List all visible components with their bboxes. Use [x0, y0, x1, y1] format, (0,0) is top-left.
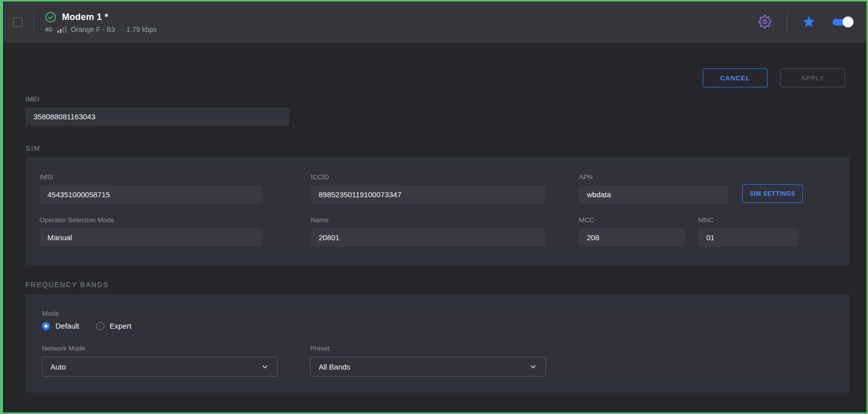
operator-selection-mode-input[interactable]: [39, 228, 263, 247]
network-mode-value: Auto: [50, 363, 66, 371]
apn-field: APN: [579, 173, 728, 204]
modem-header: Modem 1 * 4G Orange F - B3 · 1.79 kbps: [3, 1, 867, 43]
signal-strength-icon: [57, 26, 66, 33]
sim-section-label: SIM: [25, 144, 40, 152]
mode-radio-expert[interactable]: Expert: [96, 322, 131, 330]
chevron-down-icon: [261, 363, 269, 371]
select-modem-checkbox[interactable]: [13, 17, 22, 27]
iccid-label: ICCID: [311, 173, 545, 181]
network-mode-label: Network Mode: [42, 345, 278, 352]
mode-radio-default[interactable]: Default: [42, 322, 79, 330]
radio-unselected-icon: [96, 322, 104, 330]
form-actions: CANCEL APPLY: [703, 68, 845, 87]
status-ok-icon: [45, 11, 56, 23]
modem-title: Modem 1 *: [62, 12, 108, 22]
iccid-input[interactable]: [311, 185, 545, 204]
modem-settings-button[interactable]: [756, 13, 774, 32]
apply-button[interactable]: APPLY: [780, 68, 845, 87]
operator-name-field: Name: [311, 216, 545, 247]
favorite-button[interactable]: [800, 13, 818, 32]
sim-card: IMSI ICCID APN SIM SETTINGS Operator Sel…: [25, 157, 850, 265]
star-icon: [802, 15, 816, 30]
mode-expert-label: Expert: [110, 322, 131, 330]
modem-title-block: Modem 1 * 4G Orange F - B3 · 1.79 kbps: [45, 11, 157, 33]
imsi-input[interactable]: [39, 185, 263, 204]
radio-selected-icon: [42, 322, 50, 330]
network-type-label: 4G: [45, 26, 53, 32]
mcc-field: MCC: [579, 216, 685, 247]
sim-settings-button[interactable]: SIM SETTINGS: [742, 184, 803, 203]
mcc-label: MCC: [579, 216, 685, 224]
imsi-label: IMSI: [39, 173, 263, 181]
mnc-label: MNC: [698, 216, 799, 224]
operator-selection-mode-field: Operator Selection Mode: [39, 216, 263, 247]
name-label: Name: [311, 216, 545, 224]
header-divider: [787, 11, 787, 33]
iccid-field: ICCID: [311, 173, 545, 204]
gear-icon: [758, 15, 772, 30]
mode-label: Mode: [42, 310, 59, 317]
modem-enable-toggle[interactable]: [833, 16, 854, 28]
mode-radio-group: Default Expert: [42, 322, 131, 330]
network-mode-select[interactable]: Auto: [42, 357, 278, 377]
imei-input[interactable]: [25, 107, 289, 126]
cancel-button[interactable]: CANCEL: [703, 68, 768, 87]
frequency-bands-section-label: FREQUENCY BANDS: [25, 281, 109, 289]
operator-name: Orange F - B3: [71, 25, 115, 33]
imei-field: IMEI: [25, 95, 289, 126]
name-input[interactable]: [311, 228, 545, 247]
mnc-input[interactable]: [698, 228, 799, 247]
network-mode-field: Network Mode Auto: [42, 345, 278, 377]
mode-default-label: Default: [55, 322, 79, 330]
imsi-field: IMSI: [39, 173, 263, 204]
preset-value: All Bands: [319, 363, 350, 371]
operator-selection-mode-label: Operator Selection Mode: [39, 216, 263, 224]
modem-config-window: Modem 1 * 4G Orange F - B3 · 1.79 kbps: [0, 0, 868, 414]
data-speed: 1.79 kbps: [126, 25, 157, 33]
toggle-knob: [843, 16, 854, 27]
preset-select[interactable]: All Bands: [310, 357, 546, 377]
apn-label: APN: [579, 173, 728, 181]
preset-field: Preset All Bands: [310, 345, 546, 377]
mcc-input[interactable]: [579, 228, 685, 247]
chevron-down-icon: [529, 363, 537, 371]
frequency-bands-card: Mode Default Expert Network Mode Auto: [25, 295, 850, 393]
dot-separator: ·: [119, 25, 122, 33]
imei-label: IMEI: [25, 95, 289, 103]
preset-label: Preset: [310, 345, 546, 352]
header-divider: [33, 11, 34, 33]
apn-input[interactable]: [579, 185, 728, 204]
mnc-field: MNC: [698, 216, 799, 247]
